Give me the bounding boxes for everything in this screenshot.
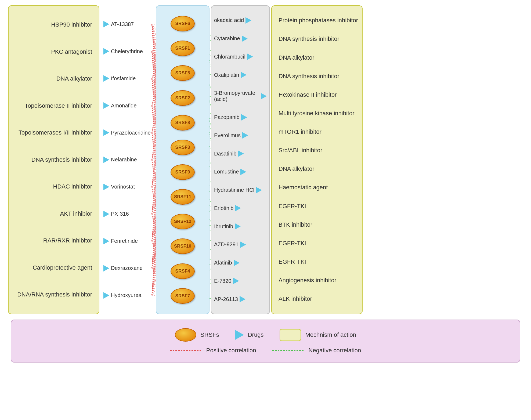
left-moa-panel: HSP90 inhibitor PKC antagonist DNA alkyl… [8, 5, 99, 314]
drug-arrow-chelerythrine [103, 48, 109, 55]
drug-chelerythrine: Chelerythrine [103, 48, 152, 55]
drug-dasatinib: Dasatinib [214, 150, 267, 157]
srsf5-node: SRSF5 [171, 65, 195, 81]
moa-protein-phos: Protein phosphatases inhibitor [276, 17, 358, 24]
legend-moa-label: Mechnism of action [305, 331, 356, 338]
legend-neg-item: Negative correlation [272, 347, 361, 354]
drug-arrow-okadaic [245, 17, 251, 24]
legend-srsf-icon [175, 328, 196, 342]
moa-angio: Angiogenesis inhibitor [276, 277, 358, 284]
srsf8-node: SRSF8 [171, 115, 195, 131]
moa-dna-alk-r: DNA alkylator [276, 54, 358, 61]
drug-at13387: AT-13387 [103, 21, 152, 27]
drug-arrow-fenretinide [103, 238, 109, 244]
drug-arrow-px316 [103, 211, 109, 217]
drug-e7820: E-7820 [214, 278, 267, 284]
moa-egfr1: EGFR-TKI [276, 203, 358, 210]
drug-bromopyruvate: 3-Bromopyruvate (acid) [214, 90, 267, 102]
drug-arrow-vorinostat [103, 184, 109, 190]
legend-pos-label: Positive correlation [206, 347, 256, 354]
drug-dexrazoxane: Dexrazoxane [103, 265, 152, 271]
moa-srcabl: Src/ABL inhibitor [276, 147, 358, 154]
drug-arrow-erlotinib [235, 205, 241, 211]
legend-row-2: Positive correlation Negative correlatio… [170, 347, 361, 354]
right-moa-panel: Protein phosphatases inhibitor DNA synth… [271, 5, 363, 314]
main-container: HSP90 inhibitor PKC antagonist DNA alkyl… [0, 0, 531, 368]
moa-topo12: Topoisomerases I/II inhibitor [13, 129, 95, 136]
drug-erlotinib: Erlotinib [214, 205, 267, 211]
legend-moa-item: Mechnism of action [280, 329, 356, 341]
legend-neg-label: Negative correlation [309, 347, 361, 354]
drug-nelarabine: Nelarabine [103, 157, 152, 163]
drug-azd9291: AZD-9291 [214, 241, 267, 248]
legend-neg-line [272, 350, 305, 351]
drug-hydroxyurea: Hydroxyurea [103, 292, 152, 299]
moa-pkc: PKC antagonist [13, 48, 95, 55]
drug-pyrazolo: Pyrazoloacridine [103, 129, 152, 136]
legend-drug-icon [235, 330, 244, 340]
drug-afatinib: Afatinib [214, 260, 267, 266]
drug-fenretinide: Fenretinide [103, 238, 152, 244]
drug-arrow-nelarabine [103, 157, 109, 163]
moa-dna-synth-r1: DNA synthesis inhibitor [276, 35, 358, 42]
drug-amonafide: Amonafide [103, 102, 152, 109]
network-wrapper: HSP90 inhibitor PKC antagonist DNA alkyl… [5, 5, 526, 314]
srsf6-node: SRSF6 [171, 16, 195, 31]
drug-arrow-pyrazolo [103, 129, 109, 136]
moa-hexo: Hexokinase II inhibitor [276, 91, 358, 98]
drug-arrow-chlorambucil [247, 53, 253, 60]
moa-cardio: Cardioprotective agent [13, 264, 95, 271]
drug-arrow-ap26113 [240, 296, 245, 302]
drug-arrow-dexrazoxane [103, 265, 109, 271]
drug-arrow-at13387 [103, 21, 109, 27]
drug-arrow-ifosfamide [103, 75, 109, 82]
moa-dnarna: DNA/RNA synthesis inhibitor [13, 291, 95, 298]
legend-drugs-item: Drugs [235, 330, 264, 340]
drug-arrow-oxaliplatin [241, 72, 247, 78]
legend-srsf-label: SRSFs [200, 331, 219, 338]
srsf4-node: SRSF4 [171, 263, 195, 279]
drug-px316: PX-316 [103, 211, 152, 217]
right-drugs-panel: okadaic acid Cytarabine Chlorambucil Oxa… [211, 5, 270, 314]
moa-hdac: HDAC inhibitor [13, 183, 95, 190]
drug-arrow-cytarabine [242, 35, 248, 42]
drug-ifosfamide: Ifosfamide [103, 75, 152, 82]
srsf9-node: SRSF9 [171, 164, 195, 180]
left-drugs-panel: AT-13387 Chelerythrine Ifosfamide Amonaf… [101, 5, 154, 314]
drug-chlorambucil: Chlorambucil [214, 53, 267, 60]
drug-okadaic: okadaic acid [214, 17, 267, 24]
moa-dna-synth-r2: DNA synthesis inhibitor [276, 73, 358, 80]
moa-dna-alk: DNA alkylator [13, 75, 95, 82]
drug-arrow-hydrastinine [256, 187, 262, 193]
moa-akt: AKT inhibior [13, 210, 95, 217]
moa-egfr3: EGFR-TKI [276, 258, 358, 265]
moa-haemo: Haemostatic agent [276, 184, 358, 191]
moa-hsp90: HSP90 inhibitor [13, 21, 95, 28]
drug-arrow-lomustine [240, 169, 246, 175]
moa-dna-alk-r2: DNA alkylator [276, 165, 358, 172]
moa-egfr2: EGFR-TKI [276, 240, 358, 247]
drug-arrow-hydroxyurea [103, 292, 109, 299]
drug-pazopanib: Pazopanib [214, 114, 267, 121]
drug-oxaliplatin: Oxaliplatin [214, 72, 267, 78]
drug-arrow-afatinib [234, 260, 240, 266]
moa-multi-tyr: Multi tyrosine kinase inhibitor [276, 110, 358, 117]
legend-srsf-item: SRSFs [175, 328, 219, 342]
drug-lomustine: Lomustine [214, 169, 267, 175]
legend-drugs-label: Drugs [248, 331, 264, 338]
moa-dna-synth: DNA synthesis inhibitor [13, 156, 95, 163]
drug-arrow-bromopyruvate [261, 93, 267, 99]
legend-pos-line [170, 350, 202, 351]
srsf2-node: SRSF2 [171, 90, 195, 106]
moa-btk: BTK inhibitor [276, 221, 358, 228]
srsf10-node: SRSF10 [171, 238, 195, 254]
drug-arrow-everolimus [242, 132, 248, 139]
srsf7-node: SRSF7 [171, 288, 195, 304]
srsf1-node: SRSF1 [171, 41, 195, 56]
drug-ibrutinib: Ibrutinib [214, 223, 267, 230]
legend-pos-item: Positive correlation [170, 347, 256, 354]
drug-arrow-azd9291 [240, 241, 246, 248]
drug-arrow-ibrutinib [235, 223, 241, 230]
moa-rar: RAR/RXR inhibitor [13, 237, 95, 244]
drug-cytarabine: Cytarabine [214, 35, 267, 42]
